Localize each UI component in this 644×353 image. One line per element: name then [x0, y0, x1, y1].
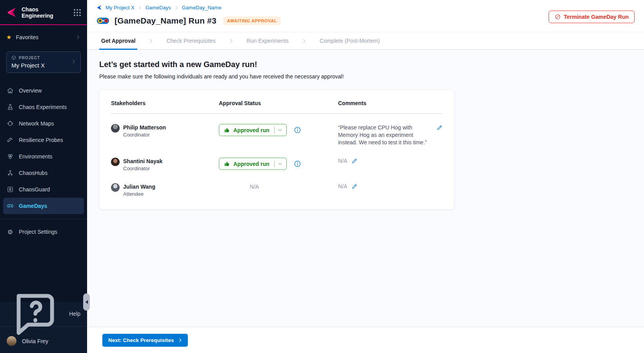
- brand-name: Chaos Engineering: [22, 6, 74, 19]
- sidebar-item-favorites[interactable]: ★ Favorites: [0, 29, 87, 46]
- divider: [274, 160, 275, 167]
- edit-pencil-icon[interactable]: [351, 184, 357, 189]
- breadcrumb-link-gamedays[interactable]: GameDays: [146, 5, 171, 11]
- app-window: Chaos Engineering ★ Favorites PROJECT My…: [0, 0, 644, 353]
- breadcrumb: My Project X GameDays GameDay_Name: [96, 5, 635, 11]
- project-selector[interactable]: PROJECT My Project X: [6, 51, 81, 73]
- sidebar-bottom: Help Olivia Frey: [0, 302, 87, 353]
- sidebar-item-network-maps[interactable]: Network Maps: [0, 115, 84, 132]
- network-icon: [7, 120, 14, 127]
- approval-status-label: Approved run: [233, 161, 269, 167]
- approval-status-label: N/A: [219, 184, 290, 190]
- approval-cell: N/A: [219, 183, 338, 190]
- project-settings-label: Project Settings: [19, 229, 57, 235]
- stakeholder-cell: Philip Matterson Coordinator: [111, 124, 219, 138]
- sidebar-item-chaosguard[interactable]: ChaosGuard: [0, 181, 84, 198]
- chevron-right-icon: [178, 338, 183, 343]
- next-check-prerequisites-button[interactable]: Next: Check Prerequisites: [102, 334, 188, 347]
- sidebar-item-resilience-probes[interactable]: Resilience Probes: [0, 132, 84, 148]
- sidebar-collapse-handle[interactable]: [83, 293, 90, 311]
- gear-icon: ⚙: [7, 228, 14, 236]
- approval-cell: Approved run: [219, 158, 338, 170]
- status-badge: AWAITING APPROVAL: [223, 16, 281, 25]
- lock-icon: [7, 186, 14, 193]
- gamepad-icon: [7, 202, 14, 209]
- sidebar-item-chaos-experiments[interactable]: Chaos Experiments: [0, 99, 84, 115]
- content-subheading: Please make sure the following individua…: [99, 73, 631, 80]
- module-grid-icon[interactable]: [74, 9, 81, 16]
- stakeholder-cell: Julian Wang Attendee: [111, 183, 219, 197]
- sidebar-item-environments[interactable]: Environments: [0, 148, 84, 165]
- avatar: [111, 183, 120, 192]
- breadcrumb-link-project[interactable]: My Project X: [106, 5, 135, 11]
- sidebar-item-help[interactable]: Help: [0, 306, 87, 322]
- star-icon: ★: [6, 34, 11, 41]
- sidebar-item-overview[interactable]: Overview: [0, 82, 84, 99]
- step-get-approval[interactable]: Get Approval: [100, 32, 136, 50]
- avatar: [111, 158, 120, 166]
- chevron-right-icon: [301, 38, 307, 44]
- cube-icon: [11, 55, 16, 60]
- stakeholder-cell: Shantini Nayak Coordinator: [111, 158, 219, 171]
- chevron-right-icon: [228, 38, 234, 44]
- project-label: PROJECT: [19, 56, 40, 60]
- edit-pencil-icon[interactable]: [351, 158, 357, 164]
- step-check-prerequisites[interactable]: Check Prerequisites: [166, 32, 216, 50]
- content-heading: Let’s get started with a new GameDay run…: [99, 60, 631, 69]
- comment-cell: N/A: [338, 183, 442, 189]
- flask-icon: [7, 104, 14, 111]
- table-row: Philip Matterson Coordinator Approved ru…: [111, 114, 442, 146]
- stakeholder-name: Philip Matterson: [123, 124, 166, 131]
- table-header-row: Stakeholders Approval Status Comments: [111, 100, 442, 113]
- table-row: Julian Wang Attendee N/A N/A: [111, 171, 442, 197]
- approval-status-label: Approved run: [233, 127, 269, 133]
- breadcrumb-link-gameday-name[interactable]: GameDay_Name: [182, 5, 221, 11]
- brand-accent-divider: [0, 24, 87, 25]
- nav-label: Chaos Experiments: [19, 104, 67, 110]
- approval-dropdown[interactable]: Approved run: [219, 158, 287, 170]
- breadcrumb-module-icon: [96, 5, 102, 11]
- stakeholder-name: Julian Wang: [123, 183, 155, 190]
- nav-label: Resilience Probes: [19, 137, 63, 143]
- chevron-right-icon: [174, 5, 179, 10]
- help-chat-icon: [7, 285, 64, 342]
- column-header-approval-status: Approval Status: [219, 100, 338, 113]
- chaos-engineering-logo-icon: [6, 7, 18, 18]
- terminate-gameday-run-button[interactable]: Terminate GameDay Run: [549, 11, 635, 23]
- chevron-right-icon: [71, 59, 76, 64]
- favorites-label: Favorites: [16, 34, 75, 40]
- column-header-stakeholders: Stakeholders: [111, 100, 219, 113]
- nav-label: GameDays: [19, 203, 47, 209]
- comment-cell: N/A: [338, 158, 442, 164]
- info-icon[interactable]: [294, 160, 301, 167]
- approval-dropdown[interactable]: Approved run: [219, 124, 287, 136]
- sidebar-item-chaoshubs[interactable]: ChaosHubs: [0, 165, 84, 181]
- next-button-label: Next: Check Prerequisites: [108, 337, 174, 343]
- run-stepper: Get Approval Check Prerequisites Run Exp…: [87, 32, 644, 50]
- footer-bar: Next: Check Prerequisites: [87, 327, 644, 353]
- main-area: My Project X GameDays GameDay_Name [Game…: [87, 0, 644, 353]
- edit-pencil-icon[interactable]: [437, 125, 442, 131]
- chevron-down-icon: [278, 127, 283, 133]
- collapse-arrow-icon: [86, 300, 88, 304]
- sidebar-item-project-settings[interactable]: ⚙ Project Settings: [0, 224, 87, 240]
- avatar: [7, 336, 16, 346]
- approval-cell: Approved run: [219, 124, 338, 136]
- chevron-right-icon: [138, 5, 142, 10]
- comment-text: N/A: [338, 183, 347, 189]
- step-complete-post-mortem[interactable]: Complete (Post-Mortem): [319, 32, 380, 50]
- info-icon[interactable]: [294, 126, 301, 134]
- nav-label: Environments: [19, 153, 53, 160]
- comment-text: “Please replace CPU Hog with Memory Hog …: [338, 124, 429, 146]
- probe-icon: [7, 136, 14, 144]
- table-row: Shantini Nayak Coordinator Approved run: [111, 146, 442, 171]
- sidebar: Chaos Engineering ★ Favorites PROJECT My…: [0, 0, 87, 353]
- help-label: Help: [69, 311, 80, 317]
- sidebar-nav: Overview Chaos Experiments Network Maps …: [0, 82, 87, 214]
- page-header: My Project X GameDays GameDay_Name [Game…: [87, 0, 644, 32]
- gameday-gamepad-icon: [96, 16, 109, 25]
- sidebar-item-gamedays[interactable]: GameDays: [3, 198, 84, 214]
- stakeholder-name: Shantini Nayak: [123, 158, 162, 165]
- column-header-comments: Comments: [338, 100, 442, 113]
- step-run-experiments[interactable]: Run Experiments: [246, 32, 289, 50]
